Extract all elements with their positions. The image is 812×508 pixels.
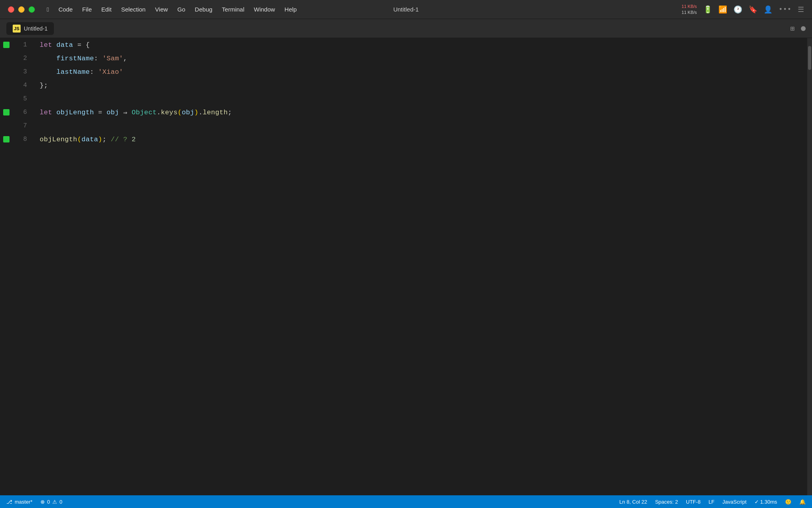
js-badge: JS bbox=[13, 25, 21, 33]
bookmark-icon: 🔖 bbox=[749, 5, 757, 14]
menu-terminal[interactable]: Terminal bbox=[218, 4, 249, 14]
clock-icon: 🕐 bbox=[733, 5, 742, 14]
menu-view[interactable]: View bbox=[151, 4, 172, 14]
status-right: Ln 8, Col 22 Spaces: 2 UTF-8 LF JavaScri… bbox=[619, 499, 806, 505]
menu-apple[interactable]:  bbox=[43, 4, 53, 14]
run-indicator-1[interactable] bbox=[3, 42, 10, 48]
code-line-1: let data = { bbox=[40, 38, 807, 52]
scrollbar-thumb[interactable] bbox=[808, 46, 811, 70]
menu-debug[interactable]: Debug bbox=[191, 4, 216, 14]
code-line-8: objLength ( data ) ; // ? 2 bbox=[40, 133, 807, 146]
indentation[interactable]: Spaces: 2 bbox=[655, 499, 678, 505]
notification-icon[interactable]: 🔔 bbox=[799, 499, 806, 505]
indent-3 bbox=[40, 68, 56, 76]
status-bar: ⎇ master* ⊗ 0 ⚠ 0 Ln 8, Col 22 Spaces: 2… bbox=[0, 495, 812, 508]
list-icon[interactable]: ☰ bbox=[798, 5, 804, 14]
code-editor[interactable]: let data = { firstName : 'Sam' , lastNam… bbox=[32, 38, 807, 495]
language-mode[interactable]: JavaScript bbox=[722, 499, 747, 505]
menu-help[interactable]: Help bbox=[281, 4, 301, 14]
tab-right-icons: ⊞ bbox=[790, 24, 806, 33]
split-editor-icon[interactable]: ⊞ bbox=[790, 24, 795, 33]
gutter-line-7: 7 bbox=[0, 119, 32, 133]
gutter-line-3: 3 bbox=[0, 65, 32, 79]
line-number-5: 5 bbox=[23, 95, 27, 102]
dot-keys: . bbox=[157, 109, 161, 116]
keyword-let-1: let bbox=[40, 41, 56, 49]
gutter-line-5: 5 bbox=[0, 92, 32, 106]
str-sam: 'Sam' bbox=[102, 55, 123, 62]
line-number-1: 1 bbox=[23, 41, 27, 48]
gutter-line-1: 1 bbox=[0, 38, 32, 52]
gutter-line-2: 2 bbox=[0, 52, 32, 65]
error-icon: ⊗ bbox=[40, 499, 45, 505]
paren-open-8: ( bbox=[77, 136, 82, 143]
cursor-position[interactable]: Ln 8, Col 22 bbox=[619, 499, 647, 505]
code-line-2: firstName : 'Sam' , bbox=[40, 52, 807, 65]
maximize-button[interactable] bbox=[29, 6, 35, 13]
line-number-6: 6 bbox=[23, 109, 27, 116]
more-icon[interactable]: ••• bbox=[779, 6, 791, 13]
run-indicator-8[interactable] bbox=[3, 136, 10, 142]
wifi-icon: 📶 bbox=[718, 5, 727, 14]
bell-icon: 🔔 bbox=[799, 499, 806, 505]
network-up: 11 KB/s bbox=[682, 4, 697, 9]
warning-num: 0 bbox=[59, 499, 62, 505]
comma-2: , bbox=[123, 55, 128, 62]
titlebar-right: 11 KB/s 11 KB/s 🔋 📶 🕐 🔖 👤 ••• ☰ bbox=[682, 4, 812, 15]
traffic-lights bbox=[8, 6, 35, 13]
menu-edit[interactable]: Edit bbox=[98, 4, 116, 14]
encoding[interactable]: UTF-8 bbox=[686, 499, 701, 505]
keyword-let-6: let bbox=[40, 109, 56, 116]
colon-3: : bbox=[90, 68, 98, 76]
feedback-icon[interactable]: 🙂 bbox=[785, 499, 791, 505]
dirty-indicator bbox=[801, 26, 806, 31]
run-indicator-6[interactable] bbox=[3, 109, 10, 115]
gutter-line-6: 6 bbox=[0, 106, 32, 119]
semi-6: ; bbox=[228, 109, 232, 116]
arg-obj: obj bbox=[182, 109, 194, 116]
paren-open-1: ( bbox=[178, 109, 182, 116]
line-number-2: 2 bbox=[23, 55, 27, 62]
line-number-7: 7 bbox=[23, 122, 27, 129]
menu-code[interactable]: Code bbox=[54, 4, 77, 14]
tab-bar: JS Untitled-1 ⊞ bbox=[0, 19, 812, 38]
paren-close-1: ) bbox=[194, 109, 199, 116]
gutter-line-8: 8 bbox=[0, 133, 32, 146]
comment-8: // ? bbox=[111, 136, 132, 143]
code-line-6: let objLength = obj ⇒ Object . keys ( ob… bbox=[40, 106, 807, 119]
dot-length: . bbox=[199, 109, 203, 116]
paren-close-8: ) bbox=[98, 136, 103, 143]
menu-go[interactable]: Go bbox=[173, 4, 189, 14]
colon-2: : bbox=[94, 55, 102, 62]
tab-untitled-1[interactable]: JS Untitled-1 bbox=[6, 22, 54, 35]
git-branch[interactable]: ⎇ master* bbox=[6, 499, 33, 505]
param-obj: obj bbox=[107, 109, 119, 116]
eol[interactable]: LF bbox=[709, 499, 714, 505]
line-gutter: 1 2 3 4 5 6 7 8 bbox=[0, 38, 32, 495]
indent-2 bbox=[40, 55, 56, 62]
menu-file[interactable]: File bbox=[78, 4, 96, 14]
menu-bar:  Code File Edit Selection View Go Debug… bbox=[43, 4, 301, 14]
timing[interactable]: ✓ 1.30ms bbox=[755, 499, 777, 505]
assign-op-6: = bbox=[94, 109, 107, 116]
language-text: JavaScript bbox=[722, 499, 747, 505]
code-line-3: lastName : 'Xiao' bbox=[40, 65, 807, 79]
close-button[interactable] bbox=[8, 6, 14, 13]
arg-data: data bbox=[81, 136, 98, 143]
line-number-8: 8 bbox=[23, 136, 27, 143]
git-icon: ⎇ bbox=[6, 499, 12, 505]
prop-firstname: firstName bbox=[56, 55, 94, 62]
encoding-text: UTF-8 bbox=[686, 499, 701, 505]
var-data: data bbox=[56, 41, 73, 49]
window-title: Untitled-1 bbox=[393, 6, 419, 13]
minimize-button[interactable] bbox=[18, 6, 25, 13]
editor-scrollbar[interactable] bbox=[807, 38, 812, 495]
str-xiao: 'Xiao' bbox=[98, 68, 123, 76]
position-text: Ln 8, Col 22 bbox=[619, 499, 647, 505]
network-down: 11 KB/s bbox=[682, 10, 697, 15]
tab-label: Untitled-1 bbox=[24, 25, 48, 32]
error-count[interactable]: ⊗ 0 ⚠ 0 bbox=[40, 499, 62, 505]
timing-text: ✓ 1.30ms bbox=[755, 499, 777, 505]
menu-window[interactable]: Window bbox=[250, 4, 279, 14]
menu-selection[interactable]: Selection bbox=[117, 4, 149, 14]
